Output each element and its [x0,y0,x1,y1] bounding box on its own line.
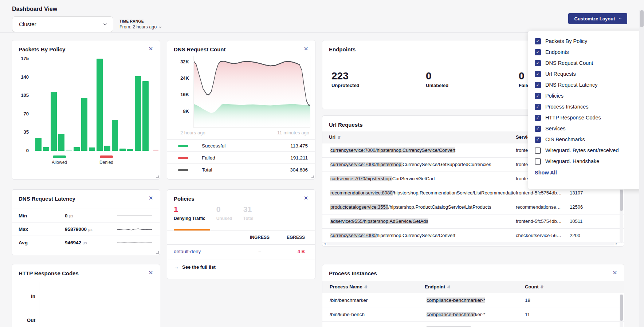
endpoint-highlight: compliance-benchmar [427,312,475,317]
y-tick-label: 32K [172,59,189,64]
checkbox-icon[interactable]: ✓ [535,49,541,55]
dropdown-item-process-instances[interactable]: ✓Process Instances [535,101,643,112]
latency-unit: µs [83,241,87,245]
policy-link[interactable]: default-deny [174,249,201,254]
close-icon[interactable]: ✕ [147,194,155,202]
policy-tab-denying-traffic[interactable]: 1Denying Traffic [174,205,205,221]
legend-item: Denied [99,155,113,165]
close-icon[interactable]: ✕ [147,269,155,277]
card-title: Packets By Policy [19,46,65,52]
card-packets-by-policy: Packets By Policy ✕ 17514010570350 Allow… [12,40,160,180]
checkbox-icon[interactable]: ✓ [535,38,541,44]
resize-handle[interactable] [156,251,159,254]
dropdown-item-services[interactable]: ✓Services [535,123,643,134]
scrollbar-track[interactable] [327,242,615,245]
dropdown-item-policies[interactable]: ✓Policies [535,90,643,101]
x-axis-label-left: 2 hours ago [180,130,205,135]
policy-tab-unused[interactable]: 0Unused [216,205,232,221]
chart-bar-allowed [66,150,72,151]
dropdown-item-url-requests[interactable]: ✓Url Requests [535,68,643,79]
card-title: DNS Request Count [174,46,226,52]
dropdown-item-wireguard-handshake[interactable]: Wireguard. Handshake [535,156,643,167]
endpoint-stat: 223Unprotected [331,70,360,88]
checkbox-icon[interactable]: ✓ [535,82,541,88]
horizontal-scrollbar[interactable]: ◂ ▸ [324,241,617,246]
card-title: HTTP Response Codes [19,270,79,276]
checkbox-icon[interactable] [535,147,541,154]
dropdown-item-label: HTTP Response Codes [545,115,601,121]
table-row[interactable]: /bin/benchmarkercompliance-benchmarker-*… [322,293,624,307]
latency-value: 946942 µs [65,240,87,245]
customize-layout-button[interactable]: Customize Layout [568,13,627,24]
dropdown-item-label: CIS Benchmarks [545,137,585,142]
page-scrollbar[interactable] [639,10,644,327]
scroll-right-arrow-icon[interactable]: ▸ [616,242,617,245]
table-row[interactable]: benchmarkercompliance-benchmarker-*9 [322,322,624,327]
scrollbar-thumb[interactable] [620,295,623,321]
legend-label: Total [202,167,212,173]
checkbox-icon[interactable] [535,158,541,165]
see-full-list-link[interactable]: → See the full list [174,264,216,270]
row-label-out: Out [17,318,35,323]
stat-label: Unlabeled [426,83,448,88]
sort-icon[interactable]: ⇵ [541,285,544,289]
sort-icon[interactable]: ⇵ [447,285,450,289]
table-row[interactable]: adservice:9555/hipstershop.AdService/Get… [322,214,624,229]
latency-label: Max [19,226,28,232]
resize-handle[interactable] [311,176,314,178]
dropdown-item-dns-request-count[interactable]: ✓DNS Request Count [535,58,643,68]
resize-handle[interactable] [156,176,159,178]
column-header-url: Url⇵ [329,134,341,140]
view-selector[interactable]: Cluster [12,16,113,32]
card-policies: Policies ✕ 1Denying Traffic0Unused31Tota… [167,189,315,279]
legend-swatch [178,157,188,159]
latency-row: Avg946942 µs [12,236,160,249]
sort-icon[interactable]: ⇵ [337,135,341,139]
url-cell: currencyservice:7000/hipstershop.Currenc… [329,161,493,168]
dropdown-item-label: Packets By Policy [545,38,587,44]
checkbox-icon[interactable]: ✓ [535,137,541,143]
y-tick-label: 24K [172,75,189,81]
endpoint-rest: ker-* [475,312,486,317]
endpoint-cell: compliance-benchmarker-* [425,296,487,304]
y-tick-label: 16K [172,92,189,97]
sparkline [117,225,152,235]
dropdown-item-http-response-codes[interactable]: ✓HTTP Response Codes [535,112,643,123]
checkbox-icon[interactable]: ✓ [535,93,541,99]
table-row[interactable]: /bin/kube-benchcompliance-benchmarker-*1… [322,307,624,322]
tab-count: 1 [174,205,205,214]
time-range-control[interactable]: TIME RANGE From: 2 hours ago [119,19,161,29]
legend-label: Successful [202,143,225,149]
checkbox-icon[interactable]: ✓ [535,115,541,121]
scrollbar-thumb[interactable] [620,190,623,211]
dropdown-item-packets-by-policy[interactable]: ✓Packets By Policy [535,36,643,47]
sort-icon[interactable]: ⇵ [364,285,368,289]
url-highlight: productcatalogservice:3550 [330,204,388,210]
time-range-value[interactable]: From: 2 hours ago [119,24,161,29]
chart-bar-denied [153,150,158,151]
close-icon[interactable]: ✕ [302,45,310,53]
dropdown-item-wireguard-bytes-sent-received[interactable]: Wireguard. Bytes sent/received [535,145,643,156]
dropdown-item-endpoints[interactable]: ✓Endpoints [535,47,643,58]
dropdown-item-cis-benchmarks[interactable]: ✓CIS Benchmarks [535,134,643,145]
close-icon[interactable]: ✕ [611,269,619,277]
table-row[interactable]: productcatalogservice:3550/hipstershop.P… [322,200,624,214]
url-cell: productcatalogservice:3550/hipstershop.P… [329,203,493,211]
close-icon[interactable]: ✕ [147,45,155,53]
service-cell: checkoutservice-56… [516,233,565,238]
scrollbar-thumb[interactable] [640,10,644,27]
y-tick-label: 140 [12,74,29,80]
show-all-link[interactable]: Show All [535,170,643,176]
dropdown-item-dns-request-latency[interactable]: ✓DNS Request Latency [535,79,643,90]
view-selector-value: Cluster [19,21,36,27]
policy-tab-total[interactable]: 31Total [243,205,254,221]
checkbox-icon[interactable]: ✓ [535,126,541,132]
chart-bar-allowed [97,59,103,151]
scroll-left-arrow-icon[interactable]: ◂ [324,242,326,245]
heatmap-grid [39,282,154,327]
close-icon[interactable]: ✕ [302,194,310,202]
vertical-scrollbar[interactable] [620,294,623,327]
checkbox-icon[interactable]: ✓ [535,104,541,110]
checkbox-icon[interactable]: ✓ [535,60,541,66]
checkbox-icon[interactable]: ✓ [535,71,541,77]
